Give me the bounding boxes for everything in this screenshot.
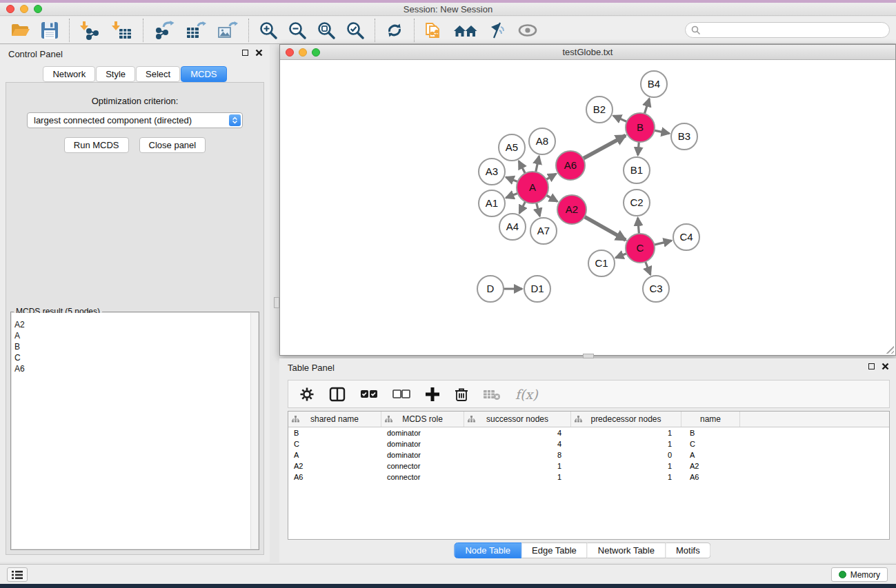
result-item[interactable]: B [12,341,250,352]
result-item[interactable]: A [12,330,250,341]
table-cell[interactable]: C [288,438,381,449]
split-columns-button[interactable] [329,387,346,402]
zoom-out-button[interactable] [288,21,306,39]
table-row[interactable]: Cdominator41C [288,438,889,449]
criterion-dropdown[interactable]: largest connected component (directed) [27,112,243,128]
table-cell[interactable]: B [288,427,381,438]
network-window-titlebar[interactable]: testGlobe.txt [280,45,895,60]
node-B1[interactable]: B1 [624,157,650,183]
table-row[interactable]: A6connector11A6 [288,472,889,483]
zoom-selected-button[interactable] [346,21,364,39]
table-row[interactable]: A2connector11A2 [288,460,889,472]
table-cell[interactable]: 1 [571,472,681,483]
table-cell[interactable]: 1 [464,460,571,472]
table-cell[interactable]: B [681,427,740,438]
float-table-panel-icon[interactable] [868,363,875,369]
import-network-button[interactable] [80,21,101,40]
node-C1[interactable]: C1 [588,250,615,276]
node-C4[interactable]: C4 [673,224,699,250]
table-row[interactable]: Adominator80A [288,449,889,460]
tab-node-table[interactable]: Node Table [454,543,521,558]
node-A8[interactable]: A8 [529,128,555,154]
table-cell[interactable]: 8 [464,449,571,460]
delete-table-button[interactable] [483,388,501,401]
table-cell[interactable]: A [288,449,381,460]
memory-button[interactable]: Memory [831,567,888,582]
table-cell[interactable]: 1 [571,438,681,449]
graphics-details-button[interactable] [488,21,506,39]
result-item[interactable]: A2 [12,319,250,330]
column-header-name[interactable]: name [681,412,740,427]
close-table-panel-icon[interactable] [882,363,889,370]
close-window-button[interactable] [6,5,14,13]
save-session-button[interactable] [41,21,59,39]
node-C3[interactable]: C3 [643,276,669,302]
horizontal-splitter-handle[interactable] [583,354,594,358]
table-row[interactable]: Bdominator41B [288,427,889,438]
function-builder-button[interactable]: f(x) [515,387,538,402]
result-item[interactable]: A6 [12,363,250,374]
result-item[interactable]: C [12,352,250,363]
node-A7[interactable]: A7 [530,218,557,244]
app-titlebar[interactable]: Session: New Session [0,3,896,16]
node-B4[interactable]: B4 [641,71,667,97]
table-cell[interactable]: A2 [681,460,740,472]
export-network-button[interactable] [154,21,175,40]
table-cell[interactable]: dominator [381,438,464,449]
add-column-button[interactable] [425,387,440,402]
table-cell[interactable]: C [681,438,740,449]
open-file-button[interactable] [10,22,30,39]
close-panel-button[interactable]: Close panel [139,137,206,153]
table-cell[interactable]: A [681,449,740,460]
column-settings-button[interactable] [299,387,315,402]
column-header-mcds-role[interactable]: MCDS role [381,412,464,427]
node-A5[interactable]: A5 [499,134,525,161]
close-panel-icon[interactable] [255,49,263,57]
export-table-button[interactable] [186,21,206,40]
deselect-all-button[interactable] [392,389,410,400]
mcds-result-list[interactable]: A2ABCA6 [12,313,250,549]
node-C2[interactable]: C2 [624,190,650,216]
delete-columns-button[interactable] [455,387,468,402]
run-mcds-button[interactable]: Run MCDS [64,137,129,153]
node-A[interactable]: A [517,172,548,203]
home-layout-button[interactable] [454,22,477,39]
table-cell[interactable]: 4 [464,427,571,438]
search-field[interactable] [685,22,890,38]
minimize-window-button[interactable] [20,5,28,13]
node-A3[interactable]: A3 [479,159,505,185]
column-header-predecessor-nodes[interactable]: predecessor nodes [571,412,681,427]
node-D1[interactable]: D1 [524,276,550,302]
new-network-from-file-button[interactable] [425,21,443,40]
export-image-button[interactable] [217,21,238,40]
network-view-window[interactable]: testGlobe.txt AA1A2A3A4A5A6A7A8BB1B2B3B4… [279,44,896,356]
tab-network[interactable]: Network [43,66,95,82]
tab-edge-table[interactable]: Edge Table [521,543,588,558]
table-cell[interactable]: A6 [681,472,740,483]
tab-style[interactable]: Style [96,66,135,82]
network-minimize-button[interactable] [299,48,307,57]
refresh-view-button[interactable] [386,21,404,39]
task-history-button[interactable] [7,567,28,582]
search-input[interactable] [704,26,884,35]
result-scrollbar[interactable] [250,313,258,549]
column-header-successor-nodes[interactable]: successor nodes [464,412,571,427]
node-A6[interactable]: A6 [556,151,585,180]
tab-motifs[interactable]: Motifs [666,543,711,558]
table-cell[interactable]: 4 [464,438,571,449]
network-zoom-button[interactable] [312,48,320,57]
table-cell[interactable]: dominator [381,427,464,438]
node-B2[interactable]: B2 [586,97,613,123]
tab-mcds[interactable]: MCDS [181,66,226,82]
table-cell[interactable]: dominator [381,449,464,460]
table-cell[interactable]: 1 [571,427,681,438]
vertical-splitter-handle[interactable] [274,297,279,308]
table-cell[interactable]: A6 [288,472,381,483]
network-canvas[interactable]: AA1A2A3A4A5A6A7A8BB1B2B3B4CC1C2C3C4DD1 [280,61,895,355]
node-D[interactable]: D [477,276,504,302]
zoom-window-button[interactable] [34,5,42,13]
column-header-shared-name[interactable]: shared name [288,412,381,427]
tab-select[interactable]: Select [136,66,180,82]
tab-network-table[interactable]: Network Table [588,543,666,558]
import-table-button[interactable] [112,21,132,40]
